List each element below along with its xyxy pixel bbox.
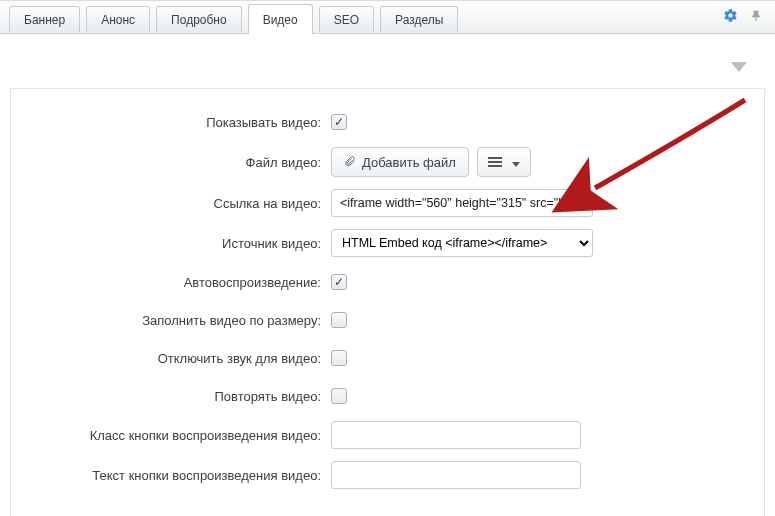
form-panel: Показывать видео: Файл видео: Добавить ф… — [10, 88, 765, 516]
tab-banner[interactable]: Баннер — [9, 6, 80, 32]
loop-label: Повторять видео: — [31, 389, 331, 404]
pin-icon[interactable] — [750, 9, 763, 25]
mute-checkbox[interactable] — [331, 350, 347, 366]
play-btn-text-input[interactable] — [331, 461, 581, 489]
video-link-input[interactable] — [331, 189, 593, 217]
collapse-caret-icon[interactable] — [731, 62, 747, 72]
video-link-label: Ссылка на видео: — [31, 196, 331, 211]
file-menu-button[interactable] — [477, 147, 531, 177]
svg-rect-2 — [488, 165, 502, 167]
play-btn-text-label: Текст кнопки воспроизведения видео: — [31, 468, 331, 483]
mute-label: Отключить звук для видео: — [31, 351, 331, 366]
fill-size-checkbox[interactable] — [331, 312, 347, 328]
tab-sections[interactable]: Разделы — [380, 6, 458, 32]
paperclip-icon — [344, 154, 356, 171]
loop-checkbox[interactable] — [331, 388, 347, 404]
add-file-button[interactable]: Добавить файл — [331, 147, 469, 177]
autoplay-checkbox[interactable] — [331, 274, 347, 290]
file-video-label: Файл видео: — [31, 155, 331, 170]
tab-anons[interactable]: Анонс — [86, 6, 150, 32]
video-source-label: Источник видео: — [31, 236, 331, 251]
show-video-label: Показывать видео: — [31, 115, 331, 130]
tab-seo[interactable]: SEO — [319, 6, 374, 32]
tab-bar: Баннер Анонс Подробно Видео SEO Разделы — [0, 0, 775, 34]
svg-rect-0 — [488, 157, 502, 159]
svg-rect-1 — [488, 161, 502, 163]
tab-video[interactable]: Видео — [248, 4, 313, 34]
play-btn-class-input[interactable] — [331, 421, 581, 449]
fill-size-label: Заполнить видео по размеру: — [31, 313, 331, 328]
play-btn-class-label: Класс кнопки воспроизведения видео: — [31, 428, 331, 443]
show-video-checkbox[interactable] — [331, 114, 347, 130]
chevron-down-icon — [512, 155, 520, 170]
gear-icon[interactable] — [723, 8, 738, 26]
tab-detail[interactable]: Подробно — [156, 6, 242, 32]
add-file-button-label: Добавить файл — [362, 155, 456, 170]
video-source-select[interactable]: HTML Embed код <iframe></iframe> — [331, 229, 593, 257]
autoplay-label: Автовоспроизведение: — [31, 275, 331, 290]
menu-icon — [488, 155, 502, 170]
